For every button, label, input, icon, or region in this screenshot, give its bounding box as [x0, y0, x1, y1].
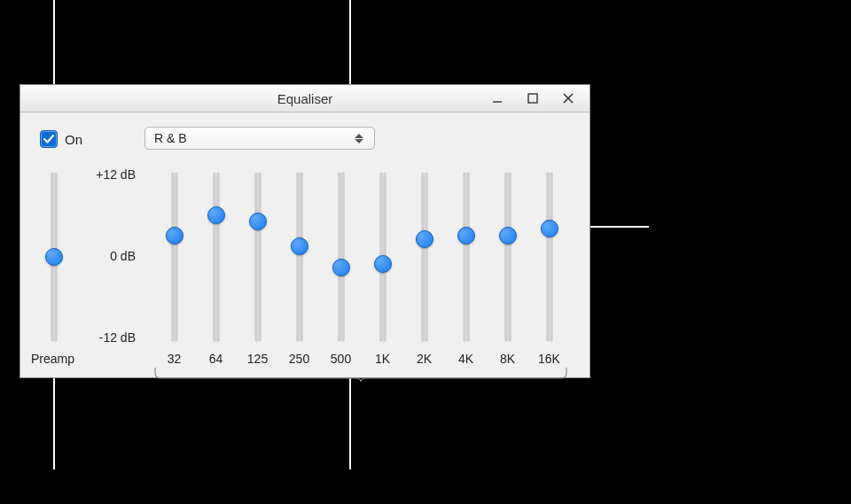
preset-value: R & B — [154, 131, 187, 145]
eq-band-slider[interactable] — [539, 173, 560, 341]
preset-dropdown[interactable]: R & B — [144, 127, 375, 150]
preamp-label: Preamp — [31, 352, 74, 366]
eq-band-slider[interactable] — [372, 173, 394, 341]
scale-mid: 0 dB — [110, 249, 136, 263]
eq-band-label: 8K — [489, 352, 527, 366]
slider-track — [547, 173, 552, 341]
slider-thumb[interactable] — [499, 227, 517, 244]
eq-band-label: 125 — [239, 352, 277, 366]
slider-track — [339, 173, 344, 341]
on-checkbox[interactable] — [40, 130, 58, 148]
close-button[interactable] — [550, 88, 586, 109]
svg-rect-1 — [528, 94, 537, 103]
equaliser-window: Equaliser On R & B — [20, 84, 590, 378]
db-scale: +12 dB 0 dB -12 dB — [82, 167, 136, 345]
slider-thumb[interactable] — [416, 230, 433, 248]
slider-track — [422, 173, 427, 341]
eq-band-slider[interactable] — [164, 173, 185, 341]
window-body: On R & B +12 dB 0 dB -12 dB Preamp 32641… — [20, 112, 589, 378]
slider-thumb[interactable] — [291, 237, 308, 255]
preamp-slider[interactable] — [43, 173, 65, 341]
minimize-button[interactable] — [480, 88, 515, 109]
slider-track — [214, 173, 219, 341]
slider-thumb[interactable] — [457, 227, 475, 244]
slider-track — [505, 173, 511, 341]
eq-band-slider[interactable] — [331, 173, 352, 341]
slider-track — [297, 173, 302, 341]
on-row: On — [40, 130, 82, 148]
window-title: Equaliser — [277, 91, 333, 106]
slider-track — [464, 173, 469, 341]
eq-band-label: 2K — [406, 352, 443, 366]
slider-thumb[interactable] — [541, 220, 558, 237]
maximize-icon — [527, 92, 539, 105]
eq-band-label: 500 — [323, 352, 360, 366]
eq-band-slider[interactable] — [456, 173, 477, 341]
minimize-icon — [491, 92, 504, 105]
eq-band-slider[interactable] — [247, 173, 269, 341]
titlebar[interactable]: Equaliser — [20, 85, 589, 112]
eq-band-label: 1K — [364, 352, 402, 366]
window-system-buttons — [480, 88, 586, 109]
eq-band-label: 4K — [448, 352, 485, 366]
eq-band-label: 250 — [281, 352, 318, 366]
slider-thumb[interactable] — [207, 206, 225, 224]
eq-band-label: 16K — [531, 352, 568, 366]
slider-thumb[interactable] — [166, 227, 183, 244]
eq-bands: 32641252505001K2K4K8K16K — [153, 173, 570, 341]
updown-caret-icon — [349, 128, 369, 149]
eq-band-slider[interactable] — [206, 173, 227, 341]
maximize-button[interactable] — [515, 88, 550, 109]
bands-brace — [153, 368, 570, 382]
eq-band-slider[interactable] — [289, 173, 310, 341]
scale-top: +12 dB — [96, 167, 136, 182]
on-label: On — [65, 132, 82, 147]
close-icon — [562, 92, 574, 105]
eq-band-label: 32 — [156, 352, 193, 366]
slider-track — [255, 173, 261, 341]
callout-line — [53, 363, 55, 469]
slider-track — [172, 173, 177, 341]
eq-band-label: 64 — [198, 352, 235, 366]
slider-thumb[interactable] — [374, 255, 392, 273]
slider-thumb[interactable] — [249, 213, 267, 230]
slider-thumb[interactable] — [45, 248, 63, 266]
checkmark-icon — [43, 133, 55, 145]
scale-bot: -12 dB — [99, 330, 136, 345]
eq-band-slider[interactable] — [497, 173, 519, 341]
slider-thumb[interactable] — [332, 259, 350, 276]
eq-band-slider[interactable] — [414, 173, 435, 341]
